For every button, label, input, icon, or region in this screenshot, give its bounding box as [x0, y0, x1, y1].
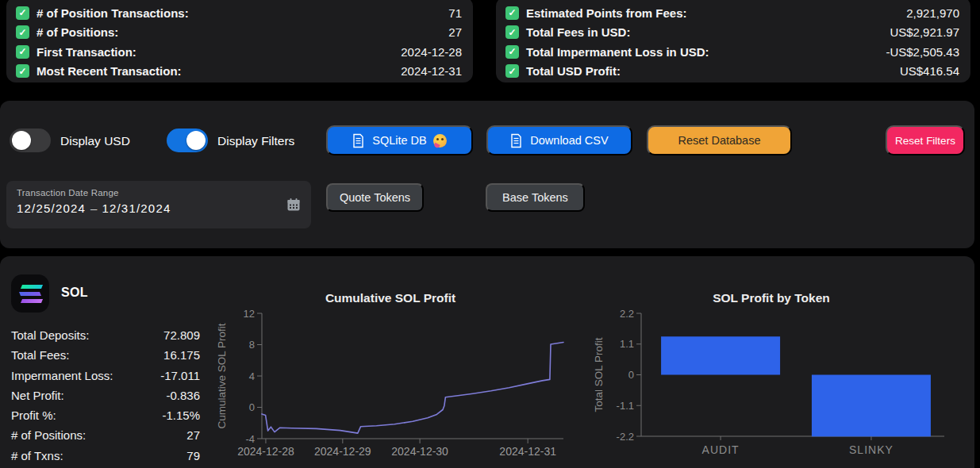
svg-text:1.1: 1.1 — [620, 338, 634, 350]
summary-row: ✓ First Transaction: 2024-12-28 — [16, 42, 462, 62]
solana-logo — [11, 274, 49, 313]
stat-label: Profit %: — [11, 409, 56, 423]
token-stats-list: Total Deposits: 72.809 Total Fees: 16.17… — [11, 328, 200, 468]
svg-text:SLINKY: SLINKY — [849, 443, 894, 456]
stat-value: US$416.54 — [900, 64, 959, 78]
stat-value: 2024-12-31 — [401, 64, 462, 78]
token-stat-row: # of Positions: 27 — [11, 428, 200, 443]
token-stat-row: Total Fees: 16.175 — [11, 348, 200, 363]
download-csv-button[interactable]: Download CSV — [486, 125, 632, 155]
date-range-label: Transaction Date Range — [17, 188, 300, 198]
token-symbol: SOL — [61, 286, 88, 300]
check-icon: ✓ — [16, 64, 29, 78]
transaction-date-range-field[interactable]: Transaction Date Range 12/25/2024–12/31/… — [6, 181, 311, 228]
reset-filters-button[interactable]: Reset Filters — [886, 125, 965, 155]
token-stat-row: Net Profit: -0.836 — [11, 389, 200, 403]
reset-database-label: Reset Database — [678, 134, 761, 147]
svg-text:Cumulative SOL Profit: Cumulative SOL Profit — [216, 323, 228, 428]
sol-profit-by-token-chart[interactable]: 2.21.10-1.1-2.2AUDITSLINKYSOL Profit by … — [591, 282, 964, 468]
token-stat-row: Total Deposits: 72.809 — [11, 328, 200, 343]
document-icon — [510, 133, 522, 148]
svg-text:2.2: 2.2 — [620, 308, 634, 320]
stat-value: 27 — [186, 428, 200, 443]
transactions-summary-panel: ✓ # of Position Transactions: 71 ✓ # of … — [6, 0, 473, 82]
stat-label: Net Profit: — [11, 389, 64, 403]
fees-summary-panel: ✓ Estimated Points from Fees: 2,921,970 … — [496, 0, 970, 82]
sqlite-db-button[interactable]: SQLite DB — [326, 125, 473, 155]
summary-row: ✓ Estimated Points from Fees: 2,921,970 — [505, 3, 959, 23]
stat-value: -1.15% — [162, 409, 200, 423]
stat-label: Total USD Profit: — [526, 64, 621, 78]
stat-value: -US$2,505.43 — [886, 45, 959, 59]
check-icon: ✓ — [16, 6, 29, 20]
stat-value: 2,921,970 — [906, 6, 959, 20]
stat-value: 2024-12-28 — [401, 45, 462, 59]
reset-filters-label: Reset Filters — [895, 135, 955, 147]
svg-text:4: 4 — [249, 370, 255, 382]
svg-text:12: 12 — [244, 308, 255, 320]
stat-value: US$2,921.97 — [890, 25, 959, 39]
summary-row: ✓ # of Position Transactions: 71 — [16, 3, 462, 23]
svg-text:-2.2: -2.2 — [617, 431, 634, 443]
check-icon: ✓ — [505, 64, 519, 78]
download-csv-label: Download CSV — [530, 134, 608, 147]
toggle-knob — [186, 131, 206, 150]
reset-database-button[interactable]: Reset Database — [647, 125, 792, 155]
stat-label: Estimated Points from Fees: — [526, 6, 687, 20]
display-usd-toggle[interactable] — [10, 129, 51, 152]
stat-value: 71 — [448, 6, 462, 20]
svg-text:0: 0 — [249, 401, 255, 413]
stat-value: -17.011 — [160, 369, 200, 383]
token-stat-row: Impermanent Loss: -17.011 — [11, 369, 200, 383]
check-icon: ✓ — [505, 45, 519, 59]
sqlite-db-label: SQLite DB — [372, 134, 427, 147]
check-icon: ✓ — [505, 25, 519, 39]
svg-text:-1.1: -1.1 — [617, 400, 634, 412]
date-range-end[interactable]: 12/31/2024 — [102, 201, 171, 215]
quote-tokens-label: Quote Tokens — [340, 191, 410, 204]
token-stat-row: Profit %: -1.15% — [11, 409, 200, 423]
stat-value: 79 — [186, 449, 200, 463]
svg-text:-4: -4 — [245, 433, 255, 445]
zany-face-emoji — [433, 134, 447, 148]
cumulative-sol-profit-chart[interactable]: 12840-42024-12-282024-12-292024-12-30202… — [214, 282, 587, 468]
stat-value: -0.836 — [166, 389, 200, 403]
summary-row: ✓ Total USD Profit: US$416.54 — [505, 62, 959, 82]
quote-tokens-button[interactable]: Quote Tokens — [326, 183, 424, 212]
display-filters-toggle[interactable] — [167, 129, 208, 152]
display-filters-label: Display Filters — [217, 134, 294, 148]
svg-text:Cumulative SOL Profit: Cumulative SOL Profit — [325, 291, 455, 305]
stat-label: Total Impermanent Loss in USD: — [526, 45, 709, 59]
stat-value: 16.175 — [163, 348, 200, 363]
stat-label: First Transaction: — [37, 45, 136, 59]
stat-label: Total Fees: — [11, 348, 69, 363]
summary-row: ✓ Total Fees in USD: US$2,921.97 — [505, 23, 959, 43]
summary-row: ✓ Most Recent Transaction: 2024-12-31 — [16, 62, 462, 82]
check-icon: ✓ — [16, 25, 29, 39]
svg-text:SOL Profit by Token: SOL Profit by Token — [713, 291, 830, 305]
token-stat-row: # of Txns: 79 — [11, 449, 200, 463]
stat-label: Total Fees in USD: — [526, 25, 630, 39]
stat-label: # of Positions: — [11, 428, 86, 443]
check-icon: ✓ — [16, 45, 29, 59]
svg-text:8: 8 — [249, 339, 255, 351]
base-tokens-button[interactable]: Base Tokens — [486, 183, 585, 212]
document-icon — [352, 133, 364, 148]
stat-label: # of Positions: — [37, 25, 118, 39]
stat-label: Impermanent Loss: — [11, 369, 113, 383]
calendar-icon[interactable] — [286, 198, 301, 212]
svg-text:2024-12-31: 2024-12-31 — [499, 445, 556, 458]
stat-value: 27 — [448, 25, 462, 39]
svg-text:2024-12-29: 2024-12-29 — [314, 445, 371, 458]
summary-row: ✓ Total Impermanent Loss in USD: -US$2,5… — [505, 42, 959, 62]
display-usd-label: Display USD — [60, 134, 130, 148]
check-icon: ✓ — [505, 6, 519, 20]
filters-panel: Display USD Display Filters SQLite DB Do… — [0, 101, 974, 248]
svg-text:2024-12-30: 2024-12-30 — [391, 445, 448, 458]
summary-row: ✓ # of Positions: 27 — [16, 23, 462, 43]
stat-label: # of Txns: — [11, 449, 63, 463]
svg-text:0: 0 — [628, 369, 634, 381]
date-range-value: 12/25/2024–12/31/2024 — [17, 201, 300, 215]
date-range-start[interactable]: 12/25/2024 — [17, 201, 86, 215]
date-range-separator: – — [90, 201, 97, 215]
